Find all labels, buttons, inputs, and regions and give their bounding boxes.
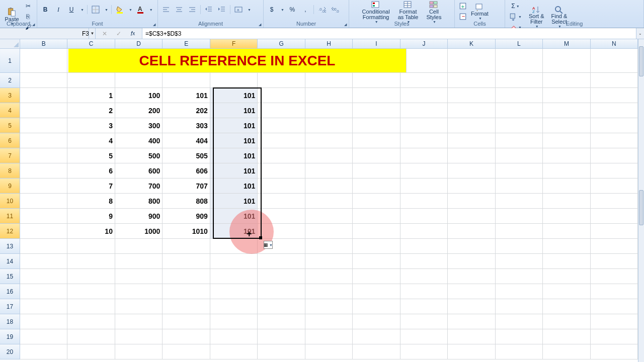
cell-C7[interactable]: 5 [67, 148, 115, 163]
cell-K7[interactable] [448, 148, 495, 163]
cell-D15[interactable] [115, 269, 163, 284]
title-merged-cell[interactable]: CELL REFERENCE IN EXCEL [68, 49, 407, 73]
cell-G16[interactable] [258, 284, 305, 299]
cell-I8[interactable] [353, 163, 400, 178]
row-header-3[interactable]: 3 [0, 88, 20, 103]
cell-D18[interactable] [115, 314, 163, 329]
cell-F17[interactable] [210, 299, 258, 314]
cell-K2[interactable] [448, 73, 495, 88]
cell-C16[interactable] [67, 284, 115, 299]
formula-input[interactable]: =$C$3+$D$3 [142, 28, 636, 39]
cell-D8[interactable]: 600 [115, 163, 163, 178]
cell-E10[interactable]: 808 [163, 194, 210, 209]
cell-F9[interactable]: 101 [210, 178, 258, 194]
cell-D20[interactable] [115, 344, 163, 359]
cell-L9[interactable] [496, 178, 543, 194]
cell-J18[interactable] [400, 314, 448, 329]
cell-L14[interactable] [496, 254, 543, 269]
cell-M19[interactable] [543, 329, 590, 344]
cell-I18[interactable] [353, 314, 400, 329]
cell-G17[interactable] [258, 299, 305, 314]
cell-I6[interactable] [353, 133, 400, 148]
column-header-E[interactable]: E [163, 39, 210, 49]
cell-C9[interactable]: 7 [67, 178, 115, 194]
cell-G4[interactable] [258, 103, 305, 118]
cell-F14[interactable] [210, 254, 258, 269]
cell-H6[interactable] [305, 133, 353, 148]
cell-N8[interactable] [591, 163, 638, 178]
cell-H13[interactable] [305, 239, 353, 254]
cell-E14[interactable] [163, 254, 210, 269]
cell-N15[interactable] [591, 269, 638, 284]
cell-B5[interactable] [20, 118, 67, 133]
cell-N19[interactable] [591, 329, 638, 344]
insert-function-button[interactable]: fx [128, 29, 138, 39]
column-header-N[interactable]: N [591, 39, 638, 49]
cell-B8[interactable] [20, 163, 67, 178]
cell-J14[interactable] [400, 254, 448, 269]
cell-H17[interactable] [305, 299, 353, 314]
cell-J3[interactable] [400, 88, 448, 103]
cell-E12[interactable]: 1010 [163, 224, 210, 239]
format-cells-button[interactable]: Format▼ [470, 3, 490, 20]
cell-D17[interactable] [115, 299, 163, 314]
cell-I9[interactable] [353, 178, 400, 194]
cell-I5[interactable] [353, 118, 400, 133]
cell-N13[interactable] [591, 239, 638, 254]
cell-B13[interactable] [20, 239, 67, 254]
cell-N2[interactable] [591, 73, 638, 88]
increase-indent-button[interactable] [217, 5, 227, 15]
cell-I7[interactable] [353, 148, 400, 163]
cell-J10[interactable] [400, 194, 448, 209]
cell-B16[interactable] [20, 284, 67, 299]
cell-I17[interactable] [353, 299, 400, 314]
cell-F13[interactable] [210, 239, 258, 254]
cell-B14[interactable] [20, 254, 67, 269]
decrease-indent-button[interactable] [204, 5, 214, 15]
cell-I3[interactable] [353, 88, 400, 103]
cell-K4[interactable] [448, 103, 495, 118]
row-header-4[interactable]: 4 [0, 103, 20, 118]
cell-H18[interactable] [305, 314, 353, 329]
cell-N12[interactable] [591, 224, 638, 239]
align-right-button[interactable] [187, 5, 197, 15]
cell-E16[interactable] [163, 284, 210, 299]
cell-F3[interactable]: 101 [210, 88, 258, 103]
decrease-decimal-button[interactable]: .00.0 [330, 5, 340, 15]
cell-L19[interactable] [496, 329, 543, 344]
column-header-B[interactable]: B [20, 39, 67, 49]
cell-L12[interactable] [496, 224, 543, 239]
cell-G10[interactable] [258, 194, 305, 209]
column-header-H[interactable]: H [305, 39, 353, 49]
cell-K19[interactable] [448, 329, 495, 344]
cell-I2[interactable] [353, 73, 400, 88]
cell-I16[interactable] [353, 284, 400, 299]
cell-G2[interactable] [258, 73, 305, 88]
merge-center-button[interactable]: a [233, 5, 244, 15]
cell-C5[interactable]: 3 [67, 118, 115, 133]
cell-K8[interactable] [448, 163, 495, 178]
percent-button[interactable]: % [287, 5, 297, 15]
cell-J4[interactable] [400, 103, 448, 118]
cell-G3[interactable] [258, 88, 305, 103]
cell-J12[interactable] [400, 224, 448, 239]
column-header-M[interactable]: M [543, 39, 590, 49]
cell-F19[interactable] [210, 329, 258, 344]
cell-M3[interactable] [543, 88, 590, 103]
cell-F8[interactable]: 101 [210, 163, 258, 178]
cell-F5[interactable]: 101 [210, 118, 258, 133]
cell-G12[interactable] [258, 224, 305, 239]
cell-I20[interactable] [353, 344, 400, 359]
cell-I12[interactable] [353, 224, 400, 239]
cell-M16[interactable] [543, 284, 590, 299]
cell-H14[interactable] [305, 254, 353, 269]
delete-cells-button[interactable]: − [458, 12, 468, 22]
cell-K11[interactable] [448, 209, 495, 224]
row-header-19[interactable]: 19 [0, 329, 20, 344]
column-header-F[interactable]: F [210, 39, 258, 49]
cell-J2[interactable] [400, 73, 448, 88]
cell-M17[interactable] [543, 299, 590, 314]
cell-E13[interactable] [163, 239, 210, 254]
cell-J19[interactable] [400, 329, 448, 344]
scrollbar-thumb[interactable] [639, 190, 643, 225]
